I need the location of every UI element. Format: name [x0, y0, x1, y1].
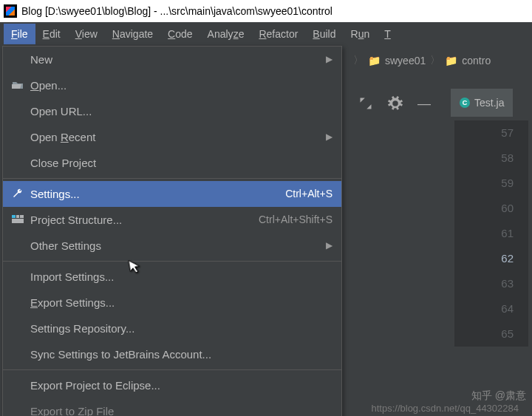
- menu-analyze[interactable]: Analyze: [200, 24, 252, 44]
- line-number: 60: [454, 196, 514, 221]
- java-class-icon: C: [460, 98, 470, 108]
- breadcrumb: 〉 📁 swyee01 〉 📁 contro: [347, 46, 532, 75]
- menu-close-project[interactable]: Close Project: [3, 150, 341, 176]
- chevron-right-icon: 〉: [353, 54, 364, 67]
- gear-icon[interactable]: [388, 96, 403, 111]
- menu-navigate[interactable]: Navigate: [105, 24, 160, 44]
- menu-export-eclipse[interactable]: Export Project to Eclipse...: [3, 372, 341, 398]
- line-number: 59: [454, 171, 514, 196]
- submenu-arrow-icon: ▶: [326, 240, 332, 250]
- title-bar: Blog [D:\swyee01\blog\Blog] - ...\src\ma…: [0, 0, 532, 22]
- window-title: Blog [D:\swyee01\blog\Blog] - ...\src\ma…: [21, 5, 332, 17]
- menu-build[interactable]: Build: [305, 24, 343, 44]
- menu-import-settings[interactable]: Import Settings...: [3, 264, 341, 290]
- menu-settings-repo[interactable]: Settings Repository...: [3, 316, 341, 341]
- breadcrumb-item[interactable]: contro: [462, 55, 491, 67]
- menu-view[interactable]: View: [68, 24, 105, 44]
- menu-export-settings[interactable]: Export Settings...: [3, 290, 341, 316]
- watermark: https://blog.csdn.net/qq_44302284: [372, 403, 519, 414]
- line-number: 57: [454, 120, 514, 146]
- separator: [3, 261, 341, 262]
- structure-icon: [12, 214, 27, 225]
- separator: [3, 369, 341, 370]
- submenu-arrow-icon: ▶: [326, 54, 332, 64]
- line-number: 64: [454, 296, 514, 321]
- editor-tab[interactable]: C Test.ja: [451, 89, 513, 117]
- line-number: 61: [454, 221, 514, 246]
- folder-open-icon: [12, 79, 27, 91]
- menu-open-url[interactable]: Open URL...: [3, 98, 341, 124]
- tab-label: Test.ja: [474, 97, 504, 109]
- shortcut: Ctrl+Alt+S: [285, 188, 332, 200]
- menu-edit[interactable]: Edit: [35, 24, 68, 44]
- line-gutter: 57 58 59 60 61 62 63 64 65: [454, 120, 528, 347]
- chevron-right-icon: 〉: [430, 54, 440, 67]
- folder-icon: 📁: [445, 55, 457, 67]
- menu-refactor[interactable]: Refactor: [251, 24, 305, 44]
- expand-icon[interactable]: [358, 96, 373, 111]
- file-menu-dropdown: New ▶ Open... Open URL... Open Recent ▶ …: [2, 46, 342, 416]
- shortcut: Ctrl+Alt+Shift+S: [259, 214, 332, 225]
- blank-icon: [12, 53, 27, 65]
- submenu-arrow-icon: ▶: [326, 132, 332, 142]
- watermark: 知乎 @肃意: [471, 389, 526, 403]
- menu-export-zip[interactable]: Export to Zip File: [3, 398, 341, 416]
- svg-rect-1: [16, 215, 19, 218]
- line-number: 58: [454, 146, 514, 171]
- svg-rect-2: [20, 215, 24, 218]
- dash-icon[interactable]: —: [417, 96, 431, 112]
- menu-settings[interactable]: Settings... Ctrl+Alt+S: [3, 181, 341, 207]
- menu-open[interactable]: Open...: [3, 72, 341, 98]
- menu-run[interactable]: Run: [344, 24, 378, 44]
- line-number: 63: [454, 271, 514, 296]
- menu-other-settings[interactable]: Other Settings ▶: [3, 233, 341, 259]
- menu-file[interactable]: File: [4, 24, 35, 44]
- svg-rect-0: [12, 215, 16, 218]
- menu-sync-jetbrains[interactable]: Sync Settings to JetBrains Account...: [3, 341, 341, 367]
- menu-new[interactable]: New ▶: [3, 47, 341, 72]
- menu-bar: File Edit View Navigate Code Analyze Ref…: [0, 22, 532, 46]
- line-number-current: 62: [454, 246, 514, 271]
- svg-rect-3: [12, 219, 24, 223]
- wrench-icon: [12, 188, 27, 200]
- breadcrumb-item[interactable]: swyee01: [385, 55, 426, 67]
- menu-code[interactable]: Code: [160, 24, 200, 44]
- folder-icon: 📁: [368, 55, 381, 67]
- menu-project-structure[interactable]: Project Structure... Ctrl+Alt+Shift+S: [3, 207, 341, 233]
- separator: [3, 178, 341, 179]
- menu-t[interactable]: T: [377, 24, 398, 44]
- app-icon: [4, 4, 17, 18]
- menu-open-recent[interactable]: Open Recent ▶: [3, 124, 341, 150]
- line-number: 65: [454, 321, 514, 347]
